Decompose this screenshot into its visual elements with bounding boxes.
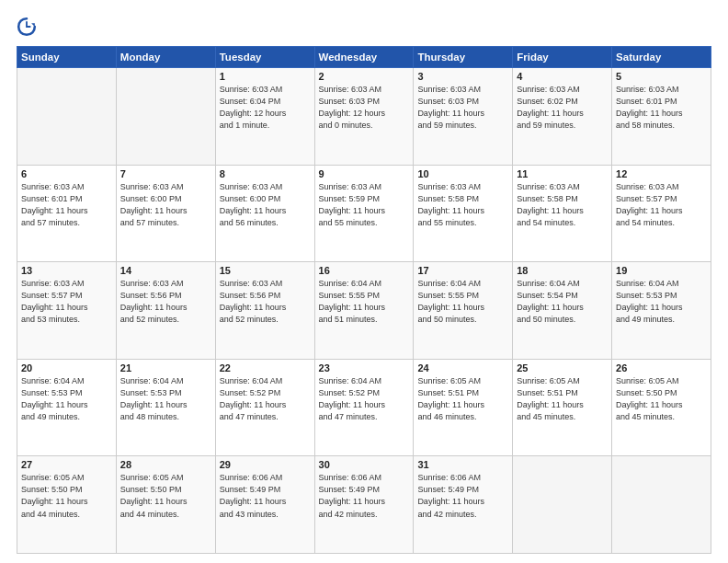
- day-info: Sunrise: 6:03 AM Sunset: 6:01 PM Dayligh…: [21, 181, 112, 229]
- day-info: Sunrise: 6:03 AM Sunset: 5:58 PM Dayligh…: [417, 181, 508, 229]
- calendar-table: SundayMondayTuesdayWednesdayThursdayFrid…: [17, 46, 711, 554]
- day-number: 7: [120, 168, 211, 179]
- day-info: Sunrise: 6:03 AM Sunset: 5:57 PM Dayligh…: [21, 278, 112, 326]
- day-info: Sunrise: 6:06 AM Sunset: 5:49 PM Dayligh…: [220, 472, 311, 520]
- day-cell: [116, 68, 215, 166]
- day-cell: 21Sunrise: 6:04 AM Sunset: 5:53 PM Dayli…: [116, 359, 215, 456]
- logo-icon: [17, 17, 37, 37]
- day-info: Sunrise: 6:04 AM Sunset: 5:52 PM Dayligh…: [220, 375, 311, 423]
- day-cell: 18Sunrise: 6:04 AM Sunset: 5:54 PM Dayli…: [513, 262, 612, 360]
- day-info: Sunrise: 6:05 AM Sunset: 5:51 PM Dayligh…: [517, 375, 608, 423]
- day-info: Sunrise: 6:03 AM Sunset: 5:59 PM Dayligh…: [319, 181, 410, 229]
- day-info: Sunrise: 6:04 AM Sunset: 5:54 PM Dayligh…: [517, 278, 608, 326]
- day-info: Sunrise: 6:06 AM Sunset: 5:49 PM Dayligh…: [319, 472, 410, 520]
- day-info: Sunrise: 6:03 AM Sunset: 6:03 PM Dayligh…: [417, 84, 508, 132]
- day-number: 19: [616, 265, 707, 276]
- day-number: 16: [319, 265, 410, 276]
- week-row-3: 13Sunrise: 6:03 AM Sunset: 5:57 PM Dayli…: [17, 262, 711, 360]
- day-info: Sunrise: 6:03 AM Sunset: 5:57 PM Dayligh…: [616, 181, 707, 229]
- day-cell: 5Sunrise: 6:03 AM Sunset: 6:01 PM Daylig…: [612, 68, 711, 166]
- day-info: Sunrise: 6:03 AM Sunset: 6:03 PM Dayligh…: [319, 84, 410, 132]
- day-info: Sunrise: 6:03 AM Sunset: 6:00 PM Dayligh…: [120, 181, 211, 229]
- day-number: 22: [220, 362, 311, 373]
- day-cell: 4Sunrise: 6:03 AM Sunset: 6:02 PM Daylig…: [513, 68, 612, 166]
- day-cell: 22Sunrise: 6:04 AM Sunset: 5:52 PM Dayli…: [215, 359, 314, 456]
- day-number: 2: [319, 71, 410, 82]
- day-cell: 10Sunrise: 6:03 AM Sunset: 5:58 PM Dayli…: [414, 165, 513, 262]
- day-cell: 29Sunrise: 6:06 AM Sunset: 5:49 PM Dayli…: [215, 456, 314, 554]
- header: [17, 17, 711, 37]
- week-row-5: 27Sunrise: 6:05 AM Sunset: 5:50 PM Dayli…: [17, 456, 711, 554]
- day-info: Sunrise: 6:03 AM Sunset: 6:01 PM Dayligh…: [616, 84, 707, 132]
- day-cell: 26Sunrise: 6:05 AM Sunset: 5:50 PM Dayli…: [612, 359, 711, 456]
- day-info: Sunrise: 6:05 AM Sunset: 5:50 PM Dayligh…: [120, 472, 211, 520]
- day-number: 24: [417, 362, 508, 373]
- day-cell: 12Sunrise: 6:03 AM Sunset: 5:57 PM Dayli…: [612, 165, 711, 262]
- day-info: Sunrise: 6:04 AM Sunset: 5:53 PM Dayligh…: [616, 278, 707, 326]
- day-number: 26: [616, 362, 707, 373]
- day-cell: 2Sunrise: 6:03 AM Sunset: 6:03 PM Daylig…: [314, 68, 414, 166]
- weekday-header-thursday: Thursday: [414, 47, 513, 68]
- weekday-header-friday: Friday: [513, 47, 612, 68]
- day-number: 23: [319, 362, 410, 373]
- day-cell: 17Sunrise: 6:04 AM Sunset: 5:55 PM Dayli…: [414, 262, 513, 360]
- weekday-header-monday: Monday: [116, 47, 215, 68]
- day-cell: 6Sunrise: 6:03 AM Sunset: 6:01 PM Daylig…: [17, 165, 117, 262]
- weekday-header-tuesday: Tuesday: [215, 47, 314, 68]
- day-info: Sunrise: 6:03 AM Sunset: 5:56 PM Dayligh…: [120, 278, 211, 326]
- day-number: 17: [417, 265, 508, 276]
- weekday-header-sunday: Sunday: [17, 47, 117, 68]
- logo: [17, 17, 40, 37]
- weekday-header-saturday: Saturday: [612, 47, 711, 68]
- day-cell: 3Sunrise: 6:03 AM Sunset: 6:03 PM Daylig…: [414, 68, 513, 166]
- day-info: Sunrise: 6:03 AM Sunset: 6:04 PM Dayligh…: [220, 84, 311, 132]
- day-cell: 13Sunrise: 6:03 AM Sunset: 5:57 PM Dayli…: [17, 262, 117, 360]
- day-number: 14: [120, 265, 211, 276]
- day-cell: 20Sunrise: 6:04 AM Sunset: 5:53 PM Dayli…: [17, 359, 117, 456]
- weekday-header-wednesday: Wednesday: [314, 47, 414, 68]
- day-number: 4: [517, 71, 608, 82]
- day-number: 29: [220, 459, 311, 470]
- day-cell: 1Sunrise: 6:03 AM Sunset: 6:04 PM Daylig…: [215, 68, 314, 166]
- day-cell: [17, 68, 117, 166]
- day-number: 10: [417, 168, 508, 179]
- day-number: 8: [220, 168, 311, 179]
- day-cell: 25Sunrise: 6:05 AM Sunset: 5:51 PM Dayli…: [513, 359, 612, 456]
- day-cell: 15Sunrise: 6:03 AM Sunset: 5:56 PM Dayli…: [215, 262, 314, 360]
- day-number: 1: [220, 71, 311, 82]
- day-info: Sunrise: 6:03 AM Sunset: 6:00 PM Dayligh…: [220, 181, 311, 229]
- day-number: 28: [120, 459, 211, 470]
- day-info: Sunrise: 6:03 AM Sunset: 5:58 PM Dayligh…: [517, 181, 608, 229]
- day-cell: 11Sunrise: 6:03 AM Sunset: 5:58 PM Dayli…: [513, 165, 612, 262]
- week-row-2: 6Sunrise: 6:03 AM Sunset: 6:01 PM Daylig…: [17, 165, 711, 262]
- day-number: 3: [417, 71, 508, 82]
- day-number: 27: [21, 459, 112, 470]
- day-cell: 28Sunrise: 6:05 AM Sunset: 5:50 PM Dayli…: [116, 456, 215, 554]
- day-cell: 8Sunrise: 6:03 AM Sunset: 6:00 PM Daylig…: [215, 165, 314, 262]
- day-number: 15: [220, 265, 311, 276]
- day-info: Sunrise: 6:05 AM Sunset: 5:50 PM Dayligh…: [616, 375, 707, 423]
- day-number: 18: [517, 265, 608, 276]
- calendar-page: SundayMondayTuesdayWednesdayThursdayFrid…: [0, 0, 728, 563]
- day-info: Sunrise: 6:04 AM Sunset: 5:53 PM Dayligh…: [120, 375, 211, 423]
- day-info: Sunrise: 6:05 AM Sunset: 5:50 PM Dayligh…: [21, 472, 112, 520]
- day-number: 5: [616, 71, 707, 82]
- day-info: Sunrise: 6:05 AM Sunset: 5:51 PM Dayligh…: [417, 375, 508, 423]
- day-cell: 27Sunrise: 6:05 AM Sunset: 5:50 PM Dayli…: [17, 456, 117, 554]
- day-cell: 23Sunrise: 6:04 AM Sunset: 5:52 PM Dayli…: [314, 359, 414, 456]
- day-cell: 14Sunrise: 6:03 AM Sunset: 5:56 PM Dayli…: [116, 262, 215, 360]
- day-cell: 7Sunrise: 6:03 AM Sunset: 6:00 PM Daylig…: [116, 165, 215, 262]
- day-info: Sunrise: 6:04 AM Sunset: 5:52 PM Dayligh…: [319, 375, 410, 423]
- week-row-4: 20Sunrise: 6:04 AM Sunset: 5:53 PM Dayli…: [17, 359, 711, 456]
- day-number: 13: [21, 265, 112, 276]
- day-number: 12: [616, 168, 707, 179]
- day-info: Sunrise: 6:06 AM Sunset: 5:49 PM Dayligh…: [417, 472, 508, 520]
- day-cell: 24Sunrise: 6:05 AM Sunset: 5:51 PM Dayli…: [414, 359, 513, 456]
- week-row-1: 1Sunrise: 6:03 AM Sunset: 6:04 PM Daylig…: [17, 68, 711, 166]
- day-info: Sunrise: 6:04 AM Sunset: 5:55 PM Dayligh…: [417, 278, 508, 326]
- day-info: Sunrise: 6:04 AM Sunset: 5:53 PM Dayligh…: [21, 375, 112, 423]
- day-cell: [513, 456, 612, 554]
- day-number: 21: [120, 362, 211, 373]
- day-info: Sunrise: 6:04 AM Sunset: 5:55 PM Dayligh…: [319, 278, 410, 326]
- day-cell: 16Sunrise: 6:04 AM Sunset: 5:55 PM Dayli…: [314, 262, 414, 360]
